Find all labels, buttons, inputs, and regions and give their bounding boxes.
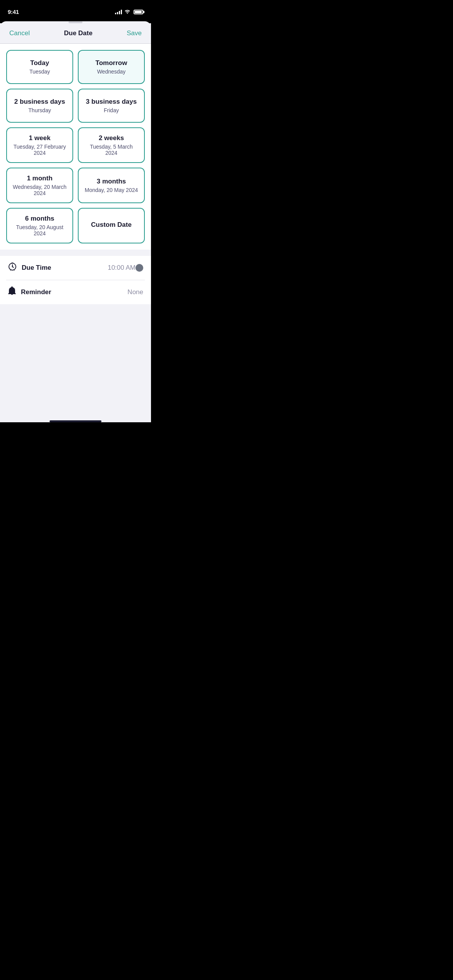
date-option-2bd-sub: Thursday <box>28 107 51 113</box>
nav-header: Cancel Due Date Save <box>0 23 151 43</box>
cancel-button[interactable]: Cancel <box>9 29 30 37</box>
reminder-row-left: Reminder <box>8 286 51 298</box>
due-time-label: Due Time <box>22 264 51 272</box>
status-time: 9:41 <box>8 9 19 15</box>
date-option-tomorrow-title: Tomorrow <box>96 59 127 67</box>
date-options-grid: Today Tuesday Tomorrow Wednesday 2 busin… <box>0 44 151 250</box>
signal-icon <box>115 10 122 14</box>
dot-indicator <box>136 264 143 272</box>
date-option-3-business-days[interactable]: 3 business days Friday <box>78 89 145 123</box>
date-option-3mo-sub: Monday, 20 May 2024 <box>85 187 138 193</box>
reminder-row[interactable]: Reminder None <box>0 280 151 304</box>
home-indicator <box>50 420 101 422</box>
reminder-label: Reminder <box>21 288 51 296</box>
date-option-6-months[interactable]: 6 months Tuesday, 20 August 2024 <box>6 208 73 243</box>
wifi-icon <box>124 9 130 15</box>
save-button[interactable]: Save <box>127 29 142 37</box>
date-option-3bd-title: 3 business days <box>86 98 137 106</box>
due-time-row-left: Due Time <box>8 262 51 274</box>
settings-section: Due Time 10:00 AM Reminder None <box>0 256 151 304</box>
date-option-custom-date[interactable]: Custom Date <box>78 208 145 243</box>
battery-icon <box>134 10 143 14</box>
date-option-today-sub: Tuesday <box>29 69 50 75</box>
bell-icon <box>8 286 16 298</box>
due-time-value: 10:00 AM <box>108 264 136 272</box>
empty-area <box>0 304 151 413</box>
date-option-tomorrow[interactable]: Tomorrow Wednesday <box>78 50 145 84</box>
due-time-value-container: 10:00 AM <box>108 264 143 272</box>
date-option-2w-title: 2 weeks <box>99 134 124 142</box>
date-option-3bd-sub: Friday <box>104 107 119 113</box>
date-option-3mo-title: 3 months <box>97 178 126 185</box>
date-option-today-title: Today <box>30 59 49 67</box>
date-option-1w-sub: Tuesday, 27 February 2024 <box>12 144 68 156</box>
date-option-tomorrow-sub: Wednesday <box>97 69 126 75</box>
status-icons <box>115 9 143 15</box>
status-bar: 9:41 <box>0 0 151 18</box>
bottom-sheet: Cancel Due Date Save Today Tuesday Tomor… <box>0 21 151 422</box>
date-option-2w-sub: Tuesday, 5 March 2024 <box>83 144 139 156</box>
date-option-1-week[interactable]: 1 week Tuesday, 27 February 2024 <box>6 127 73 163</box>
date-option-2-business-days[interactable]: 2 business days Thursday <box>6 89 73 123</box>
due-time-row[interactable]: Due Time 10:00 AM <box>0 256 151 280</box>
date-option-1m-sub: Wednesday, 20 March 2024 <box>12 184 68 196</box>
date-option-1-month[interactable]: 1 month Wednesday, 20 March 2024 <box>6 168 73 203</box>
date-option-2-weeks[interactable]: 2 weeks Tuesday, 5 March 2024 <box>78 127 145 163</box>
clock-icon <box>8 262 17 274</box>
reminder-value: None <box>127 288 143 296</box>
date-option-today[interactable]: Today Tuesday <box>6 50 73 84</box>
date-option-6mo-sub: Tuesday, 20 August 2024 <box>12 224 68 236</box>
date-option-6mo-title: 6 months <box>25 215 55 223</box>
date-option-1w-title: 1 week <box>29 134 51 142</box>
date-option-3-months[interactable]: 3 months Monday, 20 May 2024 <box>78 168 145 203</box>
date-option-2bd-title: 2 business days <box>14 98 65 106</box>
date-option-custom-title: Custom Date <box>91 221 132 229</box>
date-option-1m-title: 1 month <box>27 175 52 182</box>
page-title: Due Date <box>64 29 93 37</box>
svg-point-1 <box>12 266 13 267</box>
